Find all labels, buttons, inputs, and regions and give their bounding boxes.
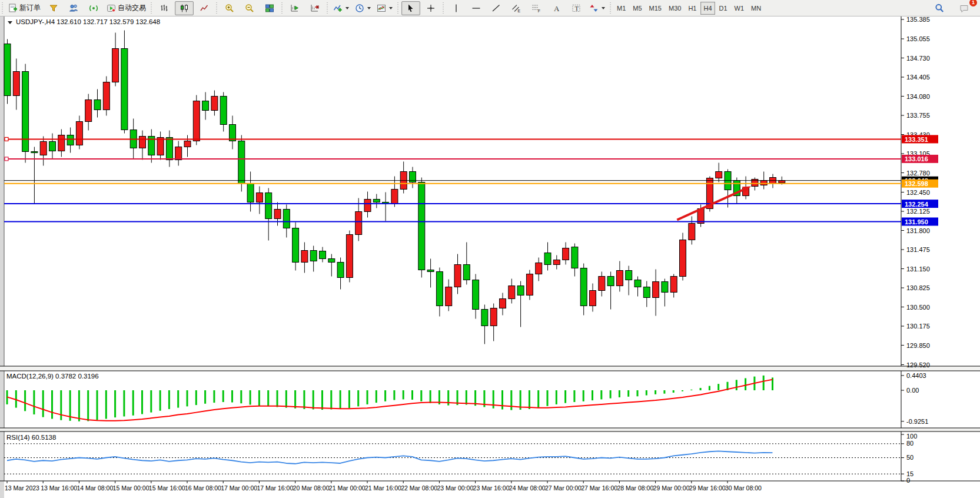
zoomin-icon xyxy=(225,4,234,13)
macd-label: MACD(12,26,9) 0.3782 0.3196 xyxy=(6,373,99,380)
resistance-2-label-text: 133.016 xyxy=(905,155,928,162)
candle-body xyxy=(481,310,488,326)
candle-body xyxy=(490,308,497,326)
macd-histogram-bar xyxy=(466,390,467,405)
timeframe-h1-button[interactable]: H1 xyxy=(685,2,699,15)
candle-body xyxy=(301,251,308,263)
line-chart-button[interactable] xyxy=(195,1,214,15)
cursor-icon xyxy=(406,4,416,13)
candle-body xyxy=(760,181,767,185)
candle-body xyxy=(454,265,461,287)
zoom-in-button[interactable] xyxy=(220,1,239,15)
time-tick-label: 23 Mar 16:00 xyxy=(473,484,510,492)
channel-button[interactable]: E xyxy=(507,1,526,15)
price-tick-label: 130.500 xyxy=(906,304,930,311)
fibonacci-button[interactable]: F xyxy=(527,1,546,15)
macd-histogram-bar xyxy=(150,390,152,413)
time-tick-label: 17 Mar 16:00 xyxy=(257,484,293,492)
timeframe-m15-button[interactable]: M15 xyxy=(646,2,665,15)
candle-body xyxy=(643,287,650,298)
timeframe-m30-button[interactable]: M30 xyxy=(666,2,684,15)
timeframe-m1-button[interactable]: M1 xyxy=(614,2,629,15)
cursor-button[interactable] xyxy=(401,1,420,15)
price-tick-label: 131.800 xyxy=(906,227,930,234)
crosshair-button[interactable] xyxy=(421,1,440,15)
vline-button[interactable] xyxy=(447,1,466,15)
macd-histogram-bar xyxy=(673,390,675,393)
resistance-line-2-anchor[interactable] xyxy=(5,157,8,161)
signals-button[interactable] xyxy=(84,1,103,15)
autotrading-button[interactable]: 自动交易 xyxy=(104,1,148,15)
time-tick-label: 23 Mar 00:00 xyxy=(437,484,473,492)
pane-splitter-2[interactable] xyxy=(0,428,980,431)
price-tick-label: 129.520 xyxy=(906,361,930,368)
new-order-button[interactable]: 新订单 xyxy=(6,1,43,15)
candlestick-button[interactable] xyxy=(175,1,194,15)
candle-body xyxy=(293,228,299,263)
macd-histogram-bar xyxy=(493,390,494,409)
toolbar-group-handle[interactable] xyxy=(150,2,154,14)
bars-icon xyxy=(160,4,169,13)
search-button[interactable] xyxy=(930,1,949,15)
candle-body xyxy=(473,280,479,310)
resistance-line-1-anchor[interactable] xyxy=(5,137,8,141)
tile-windows-button[interactable] xyxy=(260,1,279,15)
chart-background xyxy=(4,16,980,498)
macd-histogram-bar xyxy=(376,390,377,403)
community-button[interactable] xyxy=(64,1,83,15)
timeframe-m5-button[interactable]: M5 xyxy=(630,2,645,15)
candle-body xyxy=(463,265,470,280)
toolbar-group-handle[interactable] xyxy=(280,2,284,14)
toolbar-group-handle[interactable] xyxy=(396,2,400,14)
notifications-button[interactable]: 1 xyxy=(955,1,974,15)
pane-splitter-1[interactable] xyxy=(0,366,980,371)
toolbar-group-handle[interactable] xyxy=(325,2,330,14)
rsi-axis-label: 100 xyxy=(906,433,917,440)
toolbar-group-handle[interactable] xyxy=(1,2,5,14)
candle-body xyxy=(436,272,443,306)
indicators-button[interactable] xyxy=(331,1,351,15)
candle-body xyxy=(599,277,605,291)
timeframe-w1-button[interactable]: W1 xyxy=(732,2,748,15)
macd-histogram-bar xyxy=(303,390,305,409)
autoscroll-button[interactable] xyxy=(285,1,304,15)
zoom-out-button[interactable] xyxy=(240,1,259,15)
candle-body xyxy=(616,271,623,286)
candle-body xyxy=(626,271,632,280)
candle-body xyxy=(446,287,452,306)
time-tick-label: 13 Mar 2023 xyxy=(5,484,39,492)
timeframe-d1-button[interactable]: D1 xyxy=(716,2,730,15)
macd-histogram-bar xyxy=(637,390,639,396)
bar-chart-button[interactable] xyxy=(155,1,174,15)
pivot-orange-label: 132.598 xyxy=(902,180,938,188)
labelT-icon: T xyxy=(572,4,581,13)
time-tick-label: 27 Mar 00:00 xyxy=(545,484,582,492)
macd-histogram-bar xyxy=(510,390,512,410)
macd-histogram-bar xyxy=(573,390,575,402)
label-button[interactable]: T xyxy=(567,1,586,15)
templates-button[interactable] xyxy=(374,1,395,15)
time-tick-label: 15 Mar 16:00 xyxy=(149,484,185,492)
text-button[interactable]: A xyxy=(547,1,566,15)
time-tick-label: 22 Mar 08:00 xyxy=(401,484,437,492)
macd-histogram-bar xyxy=(420,390,422,401)
shapes-button[interactable] xyxy=(587,1,607,15)
candle-body xyxy=(689,224,695,240)
macd-axis-label: 0.4403 xyxy=(906,372,926,379)
macd-histogram-bar xyxy=(204,390,206,404)
timeframe-h4-button[interactable]: H4 xyxy=(700,2,715,15)
price-tick-label: 131.475 xyxy=(906,246,930,253)
toolbar-group-handle[interactable] xyxy=(215,2,219,14)
hline-button[interactable] xyxy=(467,1,486,15)
linechart-icon xyxy=(200,4,209,13)
trendline-button[interactable] xyxy=(487,1,506,15)
toolbar-group-handle[interactable] xyxy=(609,2,613,14)
new-order-button-label: 新订单 xyxy=(19,3,41,13)
macd-histogram-bar xyxy=(627,390,629,397)
chart-shift-button[interactable] xyxy=(305,1,324,15)
main-toolbar: 新订单自动交易EFATM1M5M15M30H1H4D1W1MN1 xyxy=(0,0,980,16)
timeframe-mn-button[interactable]: MN xyxy=(748,2,764,15)
depth-of-market-button[interactable] xyxy=(44,1,63,15)
periods-button[interactable] xyxy=(353,1,373,15)
toolbar-group-handle[interactable] xyxy=(441,2,446,14)
